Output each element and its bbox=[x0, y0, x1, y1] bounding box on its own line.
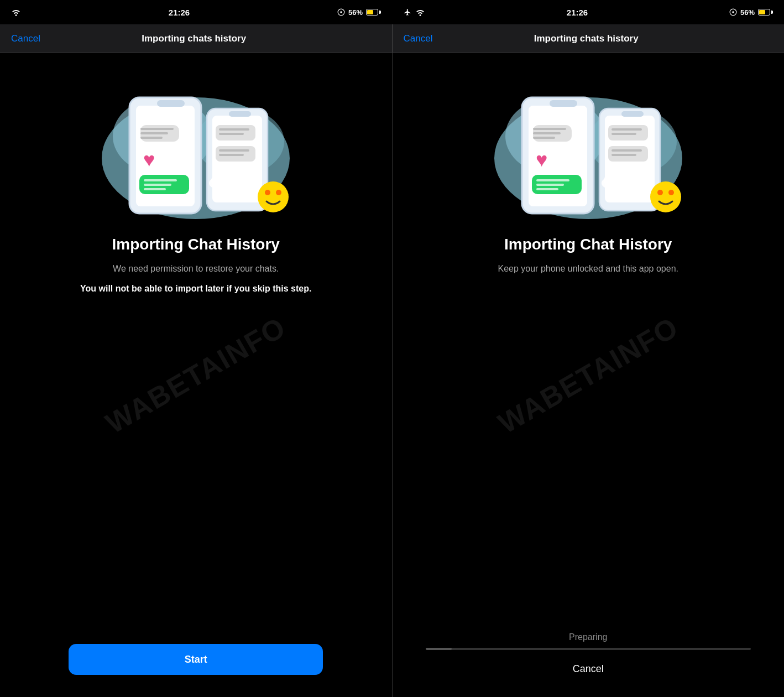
battery-percent-left: 56% bbox=[348, 8, 363, 17]
nav-title-left: Importing chats history bbox=[142, 33, 246, 44]
left-bottom-area: Start bbox=[0, 633, 392, 697]
svg-point-30 bbox=[276, 190, 281, 195]
battery-icon-right bbox=[758, 9, 773, 15]
svg-rect-16 bbox=[144, 179, 177, 181]
svg-rect-51 bbox=[621, 111, 644, 117]
phones-illustration-left: ♥ bbox=[91, 70, 301, 225]
svg-rect-42 bbox=[533, 132, 561, 134]
svg-point-59 bbox=[657, 190, 663, 195]
main-panels: WABETAINFO ♥ bbox=[0, 53, 784, 697]
battery-percent-right: 56% bbox=[740, 8, 755, 17]
svg-rect-57 bbox=[611, 154, 636, 156]
svg-rect-47 bbox=[536, 184, 564, 186]
svg-point-29 bbox=[265, 190, 270, 195]
wifi-icon-right bbox=[415, 8, 425, 16]
right-main-title: Importing Chat History bbox=[504, 236, 672, 253]
svg-point-28 bbox=[258, 181, 289, 212]
svg-rect-9 bbox=[157, 100, 185, 107]
left-panel: WABETAINFO ♥ bbox=[0, 53, 392, 697]
right-panel-status-left-icons bbox=[403, 8, 425, 16]
preparing-label: Preparing bbox=[426, 632, 751, 642]
start-button[interactable]: Start bbox=[69, 644, 323, 675]
cancel-button-progress[interactable]: Cancel bbox=[573, 663, 604, 675]
svg-point-3 bbox=[732, 11, 734, 13]
svg-rect-56 bbox=[611, 149, 642, 152]
left-warning-text: You will not be able to import later if … bbox=[80, 282, 311, 295]
wifi-icon bbox=[11, 8, 21, 16]
progress-bar-track bbox=[426, 648, 751, 650]
nav-title-right: Importing chats history bbox=[534, 33, 639, 44]
svg-rect-43 bbox=[533, 137, 555, 139]
left-status-icons bbox=[11, 8, 21, 16]
svg-rect-21 bbox=[229, 111, 251, 117]
svg-rect-11 bbox=[140, 128, 174, 130]
left-sub-text: We need permission to restore your chats… bbox=[113, 262, 279, 275]
right-bottom-area: Preparing Cancel bbox=[393, 621, 785, 697]
right-status-icons-left: 56% bbox=[337, 8, 381, 17]
left-main-title: Importing Chat History bbox=[112, 236, 280, 253]
svg-rect-26 bbox=[219, 149, 249, 152]
svg-point-33 bbox=[223, 179, 237, 189]
right-status-icons-right: 56% bbox=[729, 8, 773, 17]
svg-text:♥: ♥ bbox=[143, 148, 155, 171]
svg-rect-17 bbox=[144, 184, 171, 186]
progress-area: Preparing bbox=[409, 632, 768, 650]
right-panel-content: Importing Chat History Keep your phone u… bbox=[476, 225, 701, 621]
svg-point-60 bbox=[668, 190, 674, 195]
right-panel: WABETAINFO ♥ bbox=[393, 53, 785, 697]
status-bar: 21:26 56% 21:26 bbox=[0, 0, 784, 24]
illustration-right: ♥ bbox=[393, 53, 785, 225]
location-icon bbox=[337, 8, 345, 16]
svg-point-62 bbox=[602, 178, 617, 189]
svg-text:♥: ♥ bbox=[536, 148, 547, 171]
svg-rect-23 bbox=[219, 128, 249, 131]
svg-rect-27 bbox=[219, 154, 244, 156]
svg-point-1 bbox=[340, 11, 342, 13]
svg-point-63 bbox=[616, 179, 629, 189]
nav-half-left: Cancel Importing chats history bbox=[0, 24, 392, 53]
svg-rect-48 bbox=[536, 188, 558, 190]
svg-rect-54 bbox=[611, 133, 636, 135]
cancel-button-left[interactable]: Cancel bbox=[11, 33, 40, 44]
svg-rect-12 bbox=[140, 132, 168, 134]
battery-icon-left bbox=[366, 9, 381, 15]
left-panel-content: Importing Chat History We need permissio… bbox=[58, 225, 333, 633]
right-sub-text: Keep your phone unlocked and this app op… bbox=[498, 262, 678, 275]
svg-rect-46 bbox=[536, 179, 569, 181]
location-icon-right bbox=[729, 8, 737, 16]
illustration-left: ♥ bbox=[0, 53, 392, 225]
cancel-button-right[interactable]: Cancel bbox=[404, 33, 433, 44]
status-bar-right: 21:26 56% bbox=[392, 0, 784, 24]
phones-illustration-right: ♥ bbox=[483, 70, 693, 225]
svg-point-58 bbox=[650, 181, 681, 212]
svg-rect-41 bbox=[533, 128, 566, 130]
status-time-right: 21:26 bbox=[567, 8, 588, 17]
svg-rect-39 bbox=[550, 100, 577, 107]
status-bar-left: 21:26 56% bbox=[0, 0, 392, 24]
nav-bar: Cancel Importing chats history Cancel Im… bbox=[0, 24, 784, 53]
svg-rect-24 bbox=[219, 133, 244, 135]
svg-point-32 bbox=[209, 178, 224, 189]
progress-bar-fill bbox=[426, 648, 452, 650]
nav-half-right: Cancel Importing chats history bbox=[393, 24, 785, 53]
svg-rect-53 bbox=[611, 128, 642, 131]
svg-rect-18 bbox=[144, 188, 166, 190]
airplane-icon bbox=[403, 8, 412, 16]
status-time-left: 21:26 bbox=[169, 8, 190, 17]
svg-rect-13 bbox=[140, 137, 163, 139]
